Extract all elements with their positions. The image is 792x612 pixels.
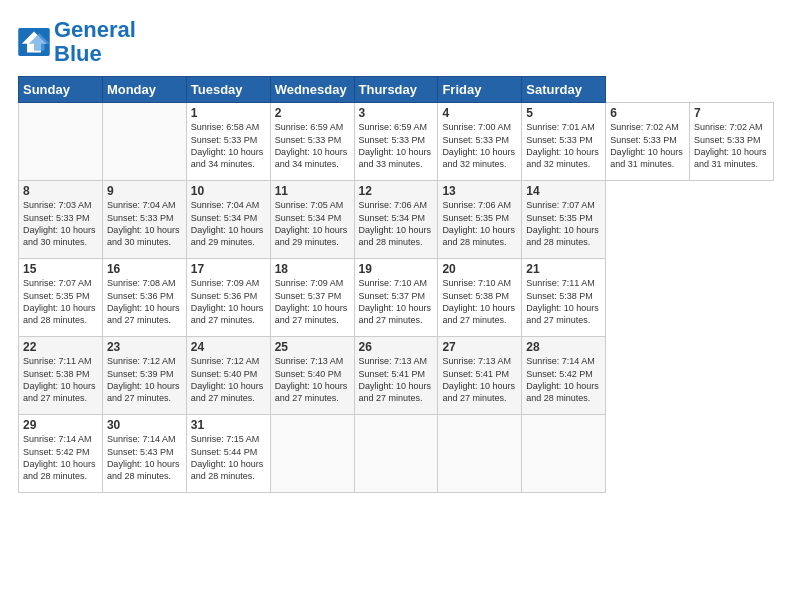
day-info: Sunrise: 7:10 AMSunset: 5:37 PMDaylight:… — [359, 277, 434, 326]
logo-text: General Blue — [54, 18, 136, 66]
calendar-cell: 8Sunrise: 7:03 AMSunset: 5:33 PMDaylight… — [19, 181, 103, 259]
calendar-cell: 16Sunrise: 7:08 AMSunset: 5:36 PMDayligh… — [102, 259, 186, 337]
calendar-week-row: 15Sunrise: 7:07 AMSunset: 5:35 PMDayligh… — [19, 259, 774, 337]
calendar-cell: 17Sunrise: 7:09 AMSunset: 5:36 PMDayligh… — [186, 259, 270, 337]
calendar-cell — [438, 415, 522, 493]
day-number: 3 — [359, 106, 434, 120]
calendar-cell: 6Sunrise: 7:02 AMSunset: 5:33 PMDaylight… — [606, 103, 690, 181]
day-number: 8 — [23, 184, 98, 198]
col-header-saturday: Saturday — [522, 77, 606, 103]
day-info: Sunrise: 7:14 AMSunset: 5:42 PMDaylight:… — [526, 355, 601, 404]
calendar-cell: 24Sunrise: 7:12 AMSunset: 5:40 PMDayligh… — [186, 337, 270, 415]
day-info: Sunrise: 7:12 AMSunset: 5:40 PMDaylight:… — [191, 355, 266, 404]
day-number: 25 — [275, 340, 350, 354]
day-number: 11 — [275, 184, 350, 198]
day-info: Sunrise: 7:06 AMSunset: 5:34 PMDaylight:… — [359, 199, 434, 248]
calendar-cell: 22Sunrise: 7:11 AMSunset: 5:38 PMDayligh… — [19, 337, 103, 415]
day-info: Sunrise: 7:09 AMSunset: 5:36 PMDaylight:… — [191, 277, 266, 326]
logo: General Blue — [18, 18, 136, 66]
day-info: Sunrise: 7:00 AMSunset: 5:33 PMDaylight:… — [442, 121, 517, 170]
day-number: 13 — [442, 184, 517, 198]
col-header-monday: Monday — [102, 77, 186, 103]
calendar-cell — [522, 415, 606, 493]
day-number: 4 — [442, 106, 517, 120]
day-info: Sunrise: 7:02 AMSunset: 5:33 PMDaylight:… — [610, 121, 685, 170]
calendar-cell — [19, 103, 103, 181]
calendar-cell: 14Sunrise: 7:07 AMSunset: 5:35 PMDayligh… — [522, 181, 606, 259]
day-number: 6 — [610, 106, 685, 120]
day-number: 22 — [23, 340, 98, 354]
day-info: Sunrise: 7:10 AMSunset: 5:38 PMDaylight:… — [442, 277, 517, 326]
col-header-thursday: Thursday — [354, 77, 438, 103]
day-info: Sunrise: 7:14 AMSunset: 5:42 PMDaylight:… — [23, 433, 98, 482]
calendar-cell — [270, 415, 354, 493]
col-header-wednesday: Wednesday — [270, 77, 354, 103]
day-number: 23 — [107, 340, 182, 354]
calendar-cell: 26Sunrise: 7:13 AMSunset: 5:41 PMDayligh… — [354, 337, 438, 415]
day-number: 12 — [359, 184, 434, 198]
day-number: 26 — [359, 340, 434, 354]
day-info: Sunrise: 7:03 AMSunset: 5:33 PMDaylight:… — [23, 199, 98, 248]
calendar-cell: 28Sunrise: 7:14 AMSunset: 5:42 PMDayligh… — [522, 337, 606, 415]
day-number: 16 — [107, 262, 182, 276]
calendar-cell: 19Sunrise: 7:10 AMSunset: 5:37 PMDayligh… — [354, 259, 438, 337]
day-number: 14 — [526, 184, 601, 198]
calendar-cell: 10Sunrise: 7:04 AMSunset: 5:34 PMDayligh… — [186, 181, 270, 259]
day-info: Sunrise: 6:58 AMSunset: 5:33 PMDaylight:… — [191, 121, 266, 170]
calendar-table: SundayMondayTuesdayWednesdayThursdayFrid… — [18, 76, 774, 493]
day-number: 21 — [526, 262, 601, 276]
calendar-week-row: 8Sunrise: 7:03 AMSunset: 5:33 PMDaylight… — [19, 181, 774, 259]
calendar-cell: 27Sunrise: 7:13 AMSunset: 5:41 PMDayligh… — [438, 337, 522, 415]
logo-icon — [18, 28, 50, 56]
day-number: 1 — [191, 106, 266, 120]
day-number: 29 — [23, 418, 98, 432]
day-info: Sunrise: 7:13 AMSunset: 5:40 PMDaylight:… — [275, 355, 350, 404]
header: General Blue — [18, 18, 774, 66]
day-info: Sunrise: 7:11 AMSunset: 5:38 PMDaylight:… — [23, 355, 98, 404]
day-info: Sunrise: 7:07 AMSunset: 5:35 PMDaylight:… — [526, 199, 601, 248]
day-number: 20 — [442, 262, 517, 276]
col-header-friday: Friday — [438, 77, 522, 103]
calendar-cell: 31Sunrise: 7:15 AMSunset: 5:44 PMDayligh… — [186, 415, 270, 493]
day-number: 19 — [359, 262, 434, 276]
calendar-cell — [354, 415, 438, 493]
calendar-cell: 25Sunrise: 7:13 AMSunset: 5:40 PMDayligh… — [270, 337, 354, 415]
calendar-week-row: 29Sunrise: 7:14 AMSunset: 5:42 PMDayligh… — [19, 415, 774, 493]
day-info: Sunrise: 7:11 AMSunset: 5:38 PMDaylight:… — [526, 277, 601, 326]
day-number: 5 — [526, 106, 601, 120]
calendar-cell: 29Sunrise: 7:14 AMSunset: 5:42 PMDayligh… — [19, 415, 103, 493]
calendar-cell: 4Sunrise: 7:00 AMSunset: 5:33 PMDaylight… — [438, 103, 522, 181]
day-number: 7 — [694, 106, 769, 120]
day-number: 18 — [275, 262, 350, 276]
day-info: Sunrise: 7:09 AMSunset: 5:37 PMDaylight:… — [275, 277, 350, 326]
calendar-cell: 12Sunrise: 7:06 AMSunset: 5:34 PMDayligh… — [354, 181, 438, 259]
calendar-cell: 18Sunrise: 7:09 AMSunset: 5:37 PMDayligh… — [270, 259, 354, 337]
day-info: Sunrise: 7:04 AMSunset: 5:33 PMDaylight:… — [107, 199, 182, 248]
calendar-cell — [102, 103, 186, 181]
day-info: Sunrise: 7:02 AMSunset: 5:33 PMDaylight:… — [694, 121, 769, 170]
day-number: 10 — [191, 184, 266, 198]
day-info: Sunrise: 7:13 AMSunset: 5:41 PMDaylight:… — [359, 355, 434, 404]
day-info: Sunrise: 7:01 AMSunset: 5:33 PMDaylight:… — [526, 121, 601, 170]
day-info: Sunrise: 7:15 AMSunset: 5:44 PMDaylight:… — [191, 433, 266, 482]
day-number: 15 — [23, 262, 98, 276]
calendar-cell: 30Sunrise: 7:14 AMSunset: 5:43 PMDayligh… — [102, 415, 186, 493]
day-info: Sunrise: 7:06 AMSunset: 5:35 PMDaylight:… — [442, 199, 517, 248]
calendar-cell: 21Sunrise: 7:11 AMSunset: 5:38 PMDayligh… — [522, 259, 606, 337]
day-number: 27 — [442, 340, 517, 354]
day-info: Sunrise: 7:14 AMSunset: 5:43 PMDaylight:… — [107, 433, 182, 482]
calendar-cell: 20Sunrise: 7:10 AMSunset: 5:38 PMDayligh… — [438, 259, 522, 337]
calendar-header-row: SundayMondayTuesdayWednesdayThursdayFrid… — [19, 77, 774, 103]
day-info: Sunrise: 7:04 AMSunset: 5:34 PMDaylight:… — [191, 199, 266, 248]
day-info: Sunrise: 7:05 AMSunset: 5:34 PMDaylight:… — [275, 199, 350, 248]
day-number: 28 — [526, 340, 601, 354]
calendar-cell: 7Sunrise: 7:02 AMSunset: 5:33 PMDaylight… — [690, 103, 774, 181]
calendar-cell: 23Sunrise: 7:12 AMSunset: 5:39 PMDayligh… — [102, 337, 186, 415]
calendar-cell: 9Sunrise: 7:04 AMSunset: 5:33 PMDaylight… — [102, 181, 186, 259]
day-number: 24 — [191, 340, 266, 354]
calendar-cell: 3Sunrise: 6:59 AMSunset: 5:33 PMDaylight… — [354, 103, 438, 181]
calendar-week-row: 1Sunrise: 6:58 AMSunset: 5:33 PMDaylight… — [19, 103, 774, 181]
calendar-cell: 5Sunrise: 7:01 AMSunset: 5:33 PMDaylight… — [522, 103, 606, 181]
calendar-week-row: 22Sunrise: 7:11 AMSunset: 5:38 PMDayligh… — [19, 337, 774, 415]
day-number: 30 — [107, 418, 182, 432]
